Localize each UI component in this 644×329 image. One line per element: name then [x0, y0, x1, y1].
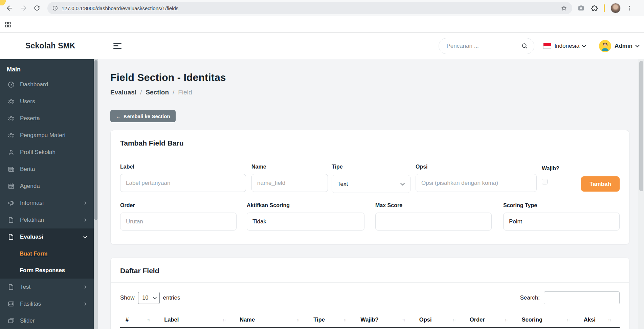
browser-profile-avatar[interactable] — [610, 3, 621, 13]
sidebar-item-pelatihan[interactable]: Pelatihan — [0, 212, 94, 228]
apps-grid-icon[interactable] — [4, 21, 12, 28]
sidebar-item-peserta[interactable]: Peserta — [0, 110, 94, 127]
sort-arrows-icon: ↑↓ — [608, 317, 611, 322]
sidebar-item-profil-sekolah[interactable]: Profil Sekolah — [0, 144, 94, 161]
chevron-down-icon — [83, 235, 88, 240]
sidebar-item-agenda[interactable]: Agenda — [0, 178, 94, 195]
page-scrollbar-thumb[interactable] — [639, 61, 643, 191]
field-table-header-row: # ↑↓ Label ↑↓ Name ↑↓ Tipe — [120, 312, 620, 328]
breadcrumb-evaluasi[interactable]: Evaluasi — [110, 89, 136, 96]
browser-forward-button[interactable] — [18, 2, 29, 14]
sidebar-item-label: Slider — [20, 317, 35, 324]
scoring-type-select[interactable]: Point — [503, 213, 620, 231]
sidebar-item-dashboard[interactable]: Dashboard — [0, 76, 94, 93]
sidebar-item-test[interactable]: Test — [0, 279, 94, 295]
column-header-opsi[interactable]: Opsi ↑↓ — [414, 312, 464, 327]
sidebar-item-label: Evaluasi — [20, 234, 43, 240]
label-input[interactable] — [120, 174, 246, 192]
aktifkan-scoring-value: Tidak — [252, 218, 359, 225]
column-header-aksi[interactable]: Aksi ↑↓ — [578, 312, 620, 327]
sidebar-item-label: Berita — [20, 166, 35, 173]
order-field-label: Order — [120, 202, 237, 209]
back-button-label: Kembali ke Section — [124, 113, 170, 119]
table-search-input[interactable] — [544, 291, 620, 304]
aktifkan-scoring-label: Aktifkan Scoring — [247, 202, 364, 209]
order-input[interactable] — [120, 213, 237, 231]
field-list-card-title: Daftar Field — [120, 267, 620, 275]
sidebar-scrollbar-thumb[interactable] — [94, 60, 97, 220]
sidebar-item-label: Fasilitas — [20, 301, 41, 307]
column-header-scoring[interactable]: Scoring ↑↓ — [516, 312, 578, 327]
column-header-tipe[interactable]: Tipe ↑↓ — [308, 312, 355, 327]
table-controls: Show 10 entries Search: — [120, 291, 620, 304]
sidebar-item-users[interactable]: Users — [0, 93, 94, 110]
breadcrumb-section[interactable]: Section — [146, 89, 169, 96]
site-info-icon[interactable] — [52, 5, 58, 11]
sidebar-item-evaluasi[interactable]: Evaluasi — [0, 228, 94, 245]
tambah-submit-button[interactable]: Tambah — [581, 176, 620, 192]
sidebar-item-label: Agenda — [20, 183, 40, 190]
sort-arrows-icon: ↑↓ — [567, 317, 570, 322]
address-bar[interactable]: 127.0.0.1:8000/dashboard/evaluasi/sectio… — [47, 2, 572, 14]
sidebar-subitem-buat-form[interactable]: Buat Form — [0, 245, 94, 262]
sidebar-item-pengampu-materi[interactable]: Pengampu Materi — [0, 127, 94, 144]
sidebar-item-label: Users — [20, 98, 35, 105]
sidebar-item-slider[interactable]: Slider — [0, 312, 94, 329]
column-header-name[interactable]: Name ↑↓ — [234, 312, 308, 327]
entries-label: entries — [163, 294, 180, 301]
page-size-select[interactable]: 10 — [138, 292, 160, 304]
max-score-label: Max Score — [375, 202, 492, 209]
sidebar-scrollbar[interactable] — [94, 59, 98, 329]
file-icon — [7, 283, 15, 291]
brand-logo[interactable]: Sekolah SMK — [25, 41, 75, 50]
column-header-number[interactable]: # ↑↓ — [120, 312, 159, 327]
users-icon — [7, 132, 15, 139]
image-icon — [7, 300, 15, 308]
bookmark-star-icon[interactable] — [560, 5, 568, 12]
language-selector[interactable]: Indonesia — [543, 43, 586, 49]
search-icon[interactable] — [521, 42, 528, 49]
users-icon — [7, 98, 15, 105]
user-icon — [7, 149, 15, 156]
global-search-input[interactable] — [446, 43, 521, 49]
table-search-label: Search: — [520, 294, 540, 301]
sidebar-item-berita[interactable]: Berita — [0, 161, 94, 178]
sidebar-item-label: Pengampu Materi — [20, 132, 65, 139]
left-arrow-icon: ← — [116, 113, 121, 119]
page-scrollbar[interactable] — [638, 59, 644, 329]
sidebar-item-label: Dashboard — [20, 81, 48, 88]
column-header-order[interactable]: Order ↑↓ — [464, 312, 516, 327]
column-header-label[interactable]: Label ↑↓ — [159, 312, 234, 327]
column-header-wajib[interactable]: Wajib? ↑↓ — [355, 312, 414, 327]
max-score-input[interactable] — [375, 213, 492, 231]
user-menu[interactable]: Admin — [599, 40, 640, 52]
camera-extension-icon[interactable] — [577, 4, 585, 12]
chevron-right-icon — [83, 302, 88, 306]
sidebar-subitem-form-responses[interactable]: Form Responses — [0, 262, 94, 279]
browser-reload-button[interactable] — [31, 2, 43, 14]
field-list-card: Daftar Field Show 10 entries Search: — [110, 258, 629, 329]
browser-menu-icon[interactable] — [626, 5, 633, 12]
back-arrow-icon — [6, 4, 14, 12]
opsi-input[interactable] — [416, 174, 537, 192]
calendar-icon — [7, 182, 15, 190]
sort-arrows-icon: ↑↓ — [343, 317, 346, 322]
tipe-select[interactable]: Text — [332, 175, 410, 193]
sidebar-item-fasilitas[interactable]: Fasilitas — [0, 295, 94, 312]
name-input[interactable] — [251, 174, 328, 192]
aktifkan-scoring-select[interactable]: Tidak — [247, 213, 364, 231]
chevron-right-icon — [83, 218, 88, 222]
breadcrumb-separator: / — [173, 89, 174, 96]
sidebar-item-label: Informasi — [20, 200, 44, 206]
wajib-checkbox[interactable] — [542, 179, 548, 184]
sidebar-item-informasi[interactable]: Informasi — [0, 195, 94, 212]
chevron-down-icon — [582, 45, 586, 47]
back-to-section-button[interactable]: ← Kembali ke Section — [110, 110, 176, 122]
theme-corner — [0, 0, 7, 5]
sidebar-section-label: Main — [0, 59, 94, 76]
show-label: Show — [120, 294, 135, 301]
sidebar-toggle-icon[interactable] — [113, 43, 122, 49]
page-size-value: 10 — [142, 295, 153, 301]
chevron-right-icon — [83, 285, 88, 289]
extensions-puzzle-icon[interactable] — [591, 4, 598, 12]
